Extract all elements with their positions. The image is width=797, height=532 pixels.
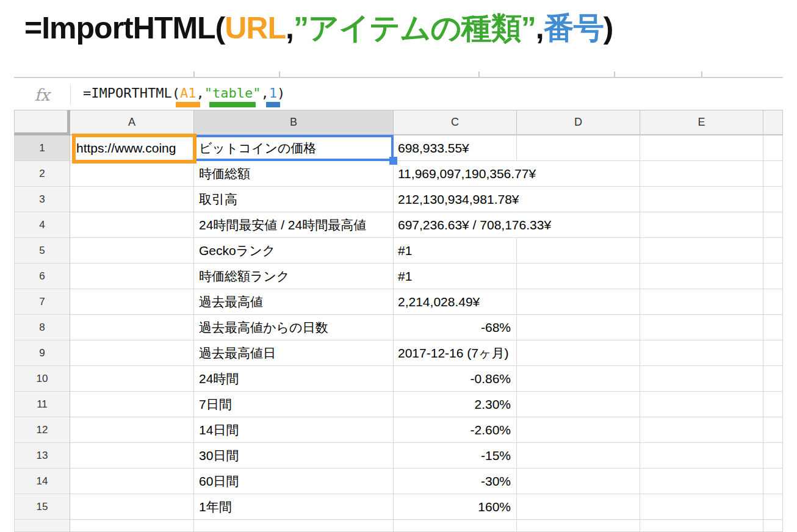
cell-c2[interactable]: 11,969,097,190,356.77¥ bbox=[394, 161, 517, 187]
cell-e10[interactable] bbox=[640, 366, 763, 392]
cell-d15[interactable] bbox=[517, 494, 640, 520]
cell-b9[interactable]: 過去最高値日 bbox=[194, 340, 394, 366]
cell-a12[interactable] bbox=[70, 417, 194, 443]
column-header-c[interactable]: C bbox=[394, 110, 517, 135]
cell-b14[interactable]: 60日間 bbox=[194, 469, 394, 494]
cell-b10[interactable]: 24時間 bbox=[194, 366, 394, 392]
cell-b11[interactable]: 7日間 bbox=[194, 392, 394, 417]
cell-a7[interactable] bbox=[70, 289, 194, 315]
cell-b16[interactable] bbox=[194, 520, 394, 532]
cell-e11[interactable] bbox=[640, 392, 763, 417]
cell-b3[interactable]: 取引高 bbox=[194, 187, 394, 212]
cell-f3[interactable] bbox=[763, 187, 783, 212]
cell-e1[interactable] bbox=[640, 135, 763, 161]
cell-e15[interactable] bbox=[640, 494, 763, 520]
cell-c9[interactable]: 2017-12-16 (7ヶ月) bbox=[394, 340, 517, 366]
cell-a15[interactable] bbox=[70, 494, 194, 520]
cell-c10[interactable]: -0.86% bbox=[394, 366, 517, 392]
cell-e9[interactable] bbox=[640, 340, 763, 366]
row-header-10[interactable]: 10 bbox=[14, 366, 70, 392]
cell-a9[interactable] bbox=[70, 340, 194, 366]
row-header-2[interactable]: 2 bbox=[14, 161, 70, 187]
cell-e3[interactable] bbox=[640, 187, 763, 212]
row-header-11[interactable]: 11 bbox=[14, 392, 70, 417]
cell-f7[interactable] bbox=[763, 289, 783, 315]
cell-c12[interactable]: -2.60% bbox=[394, 417, 517, 443]
cell-f8[interactable] bbox=[763, 315, 783, 340]
row-header-6[interactable]: 6 bbox=[14, 264, 70, 289]
cell-b13[interactable]: 30日間 bbox=[194, 443, 394, 469]
cell-a2[interactable] bbox=[70, 161, 194, 187]
cell-d13[interactable] bbox=[517, 443, 640, 469]
fill-handle[interactable] bbox=[389, 157, 397, 165]
cell-f14[interactable] bbox=[763, 469, 783, 494]
cell-a4[interactable] bbox=[70, 212, 194, 238]
row-header-14[interactable]: 14 bbox=[14, 469, 70, 494]
cell-d11[interactable] bbox=[517, 392, 640, 417]
cell-f12[interactable] bbox=[763, 417, 783, 443]
cell-e5[interactable] bbox=[640, 238, 763, 264]
cell-d12[interactable] bbox=[517, 417, 640, 443]
cell-c14[interactable]: -30% bbox=[394, 469, 517, 494]
cell-d9[interactable] bbox=[517, 340, 640, 366]
cell-f16[interactable] bbox=[763, 520, 783, 532]
cell-d5[interactable] bbox=[517, 238, 640, 264]
cell-f6[interactable] bbox=[763, 264, 783, 289]
cell-c11[interactable]: 2.30% bbox=[394, 392, 517, 417]
cell-f13[interactable] bbox=[763, 443, 783, 469]
row-header-13[interactable]: 13 bbox=[14, 443, 70, 469]
cell-d10[interactable] bbox=[517, 366, 640, 392]
column-header-f[interactable] bbox=[763, 110, 783, 135]
cell-d8[interactable] bbox=[517, 315, 640, 340]
row-header-5[interactable]: 5 bbox=[14, 238, 70, 264]
cell-c7[interactable]: 2,214,028.49¥ bbox=[394, 289, 517, 315]
cell-b15[interactable]: 1年間 bbox=[194, 494, 394, 520]
cell-d1[interactable] bbox=[517, 135, 640, 161]
cell-a8[interactable] bbox=[70, 315, 194, 340]
cell-e2[interactable] bbox=[640, 161, 763, 187]
cell-a16[interactable] bbox=[70, 520, 194, 532]
cell-e14[interactable] bbox=[640, 469, 763, 494]
cell-a11[interactable] bbox=[70, 392, 194, 417]
cell-d16[interactable] bbox=[517, 520, 640, 532]
row-header-7[interactable]: 7 bbox=[14, 289, 70, 315]
cell-c8[interactable]: -68% bbox=[394, 315, 517, 340]
formula-input[interactable]: =IMPORTHTML(A1,"table",1) bbox=[83, 85, 285, 101]
cell-b6[interactable]: 時価総額ランク bbox=[194, 264, 394, 289]
cell-a1[interactable]: https://www.coing bbox=[70, 135, 194, 161]
row-header-12[interactable]: 12 bbox=[14, 417, 70, 443]
cell-c16[interactable] bbox=[394, 520, 517, 532]
cell-e4[interactable] bbox=[640, 212, 763, 238]
cell-e16[interactable] bbox=[640, 520, 763, 532]
row-header-1[interactable]: 1 bbox=[14, 135, 70, 161]
cell-c1[interactable]: 698,933.55¥ bbox=[394, 135, 517, 161]
column-header-b[interactable]: B bbox=[194, 110, 394, 135]
cell-b12[interactable]: 14日間 bbox=[194, 417, 394, 443]
cell-e13[interactable] bbox=[640, 443, 763, 469]
cell-b4[interactable]: 24時間最安値 / 24時間最高値 bbox=[194, 212, 394, 238]
cell-c13[interactable]: -15% bbox=[394, 443, 517, 469]
cell-a13[interactable] bbox=[70, 443, 194, 469]
cell-b7[interactable]: 過去最高値 bbox=[194, 289, 394, 315]
cell-b2[interactable]: 時価総額 bbox=[194, 161, 394, 187]
cell-c4[interactable]: 697,236.63¥ / 708,176.33¥ bbox=[394, 212, 517, 238]
column-header-d[interactable]: D bbox=[517, 110, 640, 135]
row-header-8[interactable]: 8 bbox=[14, 315, 70, 340]
cell-f1[interactable] bbox=[763, 135, 783, 161]
row-header-16[interactable] bbox=[14, 520, 70, 532]
cell-c15[interactable]: 160% bbox=[394, 494, 517, 520]
column-header-a[interactable]: A bbox=[70, 110, 194, 135]
row-header-3[interactable]: 3 bbox=[14, 187, 70, 212]
cell-e12[interactable] bbox=[640, 417, 763, 443]
row-header-9[interactable]: 9 bbox=[14, 340, 70, 366]
cell-b5[interactable]: Geckoランク bbox=[194, 238, 394, 264]
cell-d14[interactable] bbox=[517, 469, 640, 494]
cell-f10[interactable] bbox=[763, 366, 783, 392]
cell-a5[interactable] bbox=[70, 238, 194, 264]
cell-f15[interactable] bbox=[763, 494, 783, 520]
cell-c6[interactable]: #1 bbox=[394, 264, 517, 289]
cell-a14[interactable] bbox=[70, 469, 194, 494]
cell-a3[interactable] bbox=[70, 187, 194, 212]
cell-a10[interactable] bbox=[70, 366, 194, 392]
cell-d3[interactable] bbox=[517, 187, 640, 212]
